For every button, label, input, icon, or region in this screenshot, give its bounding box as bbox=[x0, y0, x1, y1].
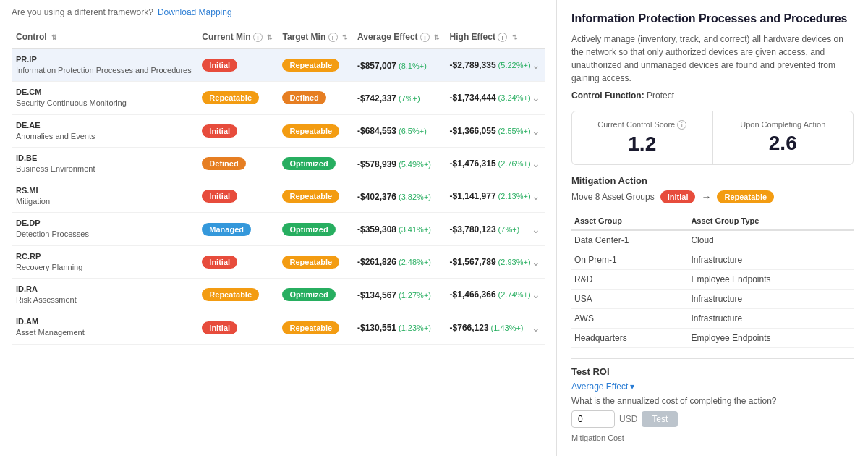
col-high-effect: High Effect i ⇅ bbox=[446, 26, 545, 48]
avg-effect-value: -$857,007 bbox=[357, 61, 396, 71]
name-cell: ID.AMAsset Management bbox=[12, 311, 197, 344]
target-min-badge: Optimized bbox=[282, 157, 335, 170]
high-effect-pct: (5.22%+) bbox=[498, 61, 531, 69]
target-min-badge: Optimized bbox=[282, 288, 335, 301]
avg-effect-pct: (8.1%+) bbox=[399, 62, 427, 70]
table-row[interactable]: ID.BEBusiness EnvironmentDefinedOptimize… bbox=[12, 147, 545, 180]
cell-name: Risk Assessment bbox=[16, 295, 193, 305]
chevron-icon[interactable]: ⌄ bbox=[532, 125, 540, 137]
current-min-badge: Repeatable bbox=[202, 288, 259, 301]
target-min-cell: Repeatable bbox=[278, 245, 353, 278]
avg-effect-cell: -$134,567(1.27%+) bbox=[353, 279, 446, 311]
completing-action-box: Upon Completing Action 2.6 bbox=[713, 111, 854, 164]
chevron-icon[interactable]: ⌄ bbox=[532, 190, 540, 202]
chevron-icon[interactable]: ⌄ bbox=[532, 224, 540, 235]
test-roi-input[interactable] bbox=[571, 410, 615, 428]
table-row[interactable]: RS.MIMitigationInitialRepeatable-$402,37… bbox=[12, 180, 545, 213]
col-avg-effect: Average Effect i ⇅ bbox=[353, 26, 446, 48]
asset-row: R&DEmployee Endpoints bbox=[571, 269, 854, 289]
avg-effect-pct: (7%+) bbox=[399, 94, 420, 103]
chevron-icon[interactable]: ⌄ bbox=[532, 256, 540, 268]
sort-icon-high-effect[interactable]: ⇅ bbox=[512, 34, 518, 41]
table-row[interactable]: PR.IPInformation Protection Processes an… bbox=[12, 48, 545, 82]
asset-table: Asset Group Asset Group Type Data Center… bbox=[571, 212, 854, 348]
current-score-box: Current Control Score i 1.2 bbox=[572, 111, 713, 164]
framework-question: Are you using a different framework? bbox=[12, 7, 153, 17]
cell-name: Recovery Planning bbox=[16, 262, 193, 272]
avg-effect-cell: -$402,376(3.82%+) bbox=[353, 180, 446, 213]
target-min-badge: Optimized bbox=[282, 223, 335, 236]
test-roi-currency: USD bbox=[619, 414, 637, 424]
target-min-badge: Repeatable bbox=[282, 190, 339, 203]
high-effect-cell: -$766,123(1.43%+)⌄ bbox=[446, 311, 545, 344]
high-effect-value: -$2,789,335 bbox=[450, 60, 496, 70]
info-icon-score[interactable]: i bbox=[677, 120, 686, 130]
avg-effect-cell: -$857,007(8.1%+) bbox=[353, 48, 446, 82]
table-row[interactable]: DE.AEAnomalies and EventsInitialRepeatab… bbox=[12, 114, 545, 147]
high-effect-pct: (3.24%+) bbox=[498, 93, 531, 102]
test-roi-button[interactable]: Test bbox=[642, 411, 678, 427]
target-min-cell: Repeatable bbox=[278, 180, 353, 213]
chevron-icon[interactable]: ⌄ bbox=[532, 92, 540, 104]
name-cell: DE.AEAnomalies and Events bbox=[12, 114, 197, 147]
cell-code: DE.AE bbox=[16, 121, 193, 130]
high-effect-cell: -$3,780,123(7%+)⌄ bbox=[446, 213, 545, 245]
table-row[interactable]: DE.CMSecurity Continuous MonitoringRepea… bbox=[12, 82, 545, 114]
arrow-icon: → bbox=[701, 191, 711, 203]
avg-effect-cell: -$359,308(3.41%+) bbox=[353, 213, 446, 245]
high-effect-value: -$3,780,123 bbox=[450, 224, 496, 235]
sort-icon-target-min[interactable]: ⇅ bbox=[342, 34, 348, 41]
sort-icon-control[interactable]: ⇅ bbox=[51, 34, 57, 41]
high-effect-cell: -$1,734,444(3.24%+)⌄ bbox=[446, 82, 545, 114]
info-icon-high-effect[interactable]: i bbox=[498, 33, 507, 42]
avg-effect-pct: (2.48%+) bbox=[399, 258, 431, 266]
chevron-icon[interactable]: ⌄ bbox=[532, 322, 540, 334]
high-effect-value: -$766,123 bbox=[450, 323, 489, 333]
avg-effect-value: -$402,376 bbox=[357, 192, 396, 202]
current-min-badge: Defined bbox=[202, 157, 245, 170]
current-min-badge: Initial bbox=[202, 190, 237, 203]
chevron-icon[interactable]: ⌄ bbox=[532, 59, 540, 71]
info-icon-current-min[interactable]: i bbox=[253, 33, 263, 42]
table-row[interactable]: ID.RARisk AssessmentRepeatableOptimized-… bbox=[12, 279, 545, 311]
high-effect-value: -$1,734,444 bbox=[450, 93, 496, 103]
cell-name: Security Continuous Monitoring bbox=[16, 98, 193, 108]
target-min-cell: Optimized bbox=[278, 213, 353, 245]
chevron-icon[interactable]: ⌄ bbox=[532, 158, 540, 169]
high-effect-pct: (2.74%+) bbox=[498, 290, 531, 299]
target-min-badge: Defined bbox=[282, 91, 326, 104]
test-roi-input-row: USD Test bbox=[571, 410, 854, 428]
target-min-cell: Optimized bbox=[278, 147, 353, 180]
download-mapping-link[interactable]: Download Mapping bbox=[158, 7, 232, 17]
table-row[interactable]: DE.DPDetection ProcessesManagedOptimized… bbox=[12, 213, 545, 245]
target-min-cell: Repeatable bbox=[278, 48, 353, 82]
high-effect-cell: -$1,567,789(2.93%+)⌄ bbox=[446, 245, 545, 278]
test-roi-section: Test ROI Average Effect ▾ What is the an… bbox=[571, 358, 854, 442]
cell-code: RC.RP bbox=[16, 252, 193, 261]
table-row[interactable]: RC.RPRecovery PlanningInitialRepeatable-… bbox=[12, 245, 545, 278]
current-min-cell: Initial bbox=[197, 114, 278, 147]
table-row[interactable]: ID.AMAsset ManagementInitialRepeatable-$… bbox=[12, 311, 545, 344]
test-roi-select-button[interactable]: Average Effect ▾ bbox=[571, 381, 634, 392]
target-min-cell: Defined bbox=[278, 82, 353, 114]
current-min-cell: Repeatable bbox=[197, 279, 278, 311]
info-icon-avg-effect[interactable]: i bbox=[420, 33, 430, 42]
avg-effect-cell: -$578,939(5.49%+) bbox=[353, 147, 446, 180]
left-panel: Are you using a different framework? Dow… bbox=[0, 0, 557, 456]
chevron-icon[interactable]: ⌄ bbox=[532, 289, 540, 300]
info-icon-target-min[interactable]: i bbox=[328, 33, 338, 42]
sort-icon-current-min[interactable]: ⇅ bbox=[267, 34, 273, 41]
cell-code: PR.IP bbox=[16, 55, 193, 64]
target-min-badge: Repeatable bbox=[282, 59, 339, 72]
cell-name: Anomalies and Events bbox=[16, 131, 193, 141]
asset-type: Employee Endpoints bbox=[688, 328, 854, 347]
asset-type: Infrastructure bbox=[688, 308, 854, 328]
avg-effect-cell: -$742,337(7%+) bbox=[353, 82, 446, 114]
high-effect-pct: (2.55%+) bbox=[498, 127, 531, 135]
current-min-badge: Managed bbox=[202, 223, 251, 236]
sort-icon-avg-effect[interactable]: ⇅ bbox=[434, 34, 440, 41]
name-cell: ID.RARisk Assessment bbox=[12, 279, 197, 311]
cell-name: Mitigation bbox=[16, 196, 193, 206]
high-effect-pct: (1.43%+) bbox=[491, 324, 524, 332]
asset-name: USA bbox=[571, 289, 688, 308]
